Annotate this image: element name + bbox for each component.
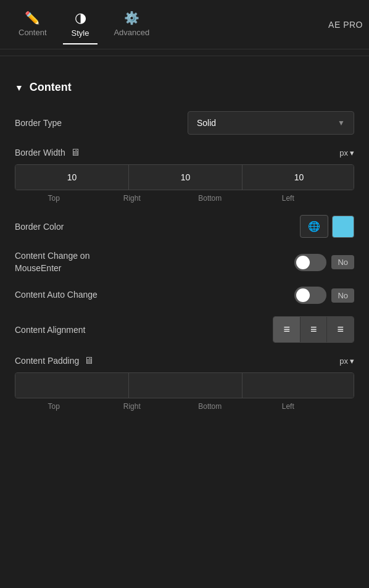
toggle-slider-mousenter [294, 254, 326, 271]
content-change-row: Content Change onMouseEnter No [15, 250, 354, 274]
padding-label-top: Top [15, 402, 93, 411]
content-change-control: No [294, 254, 354, 271]
content-alignment-row: Content Alignment ≡ ≡ ≡ [15, 316, 354, 343]
content-padding-section: Content Padding 🖥 px ▾ 🔗 Top Right Botto… [15, 355, 354, 411]
half-circle-icon: ◑ [75, 11, 86, 25]
padding-label-right: Right [93, 402, 172, 411]
content-padding-inputs: 🔗 [15, 372, 354, 398]
border-width-label-group: Border Width 🖥 [15, 147, 80, 158]
content-change-no-label: No [331, 255, 354, 269]
border-color-row: Border Color 🌐 [15, 215, 354, 238]
gear-icon: ⚙️ [124, 12, 139, 24]
global-color-button[interactable]: 🌐 [300, 215, 328, 238]
section-title-text: Content [30, 81, 72, 94]
padding-link-spacer [327, 402, 354, 411]
border-width-labels: Top Right Bottom Left [15, 194, 354, 203]
color-swatch[interactable] [332, 216, 354, 238]
padding-label-left: Left [249, 402, 328, 411]
padding-right[interactable] [129, 373, 243, 398]
border-width-header: Border Width 🖥 px ▾ [15, 147, 354, 158]
style-panel: ▼ Content Border Type Solid ▼ Border Wid… [0, 69, 369, 435]
border-type-select-wrapper: Solid ▼ [188, 111, 354, 135]
content-auto-no-label: No [331, 288, 354, 303]
border-width-bottom[interactable] [243, 165, 354, 190]
content-padding-unit[interactable]: px ▾ [339, 356, 354, 366]
content-padding-labels: Top Right Bottom Left [15, 402, 354, 411]
content-change-label: Content Change onMouseEnter [15, 250, 89, 274]
content-padding-label-group: Content Padding 🖥 [15, 355, 94, 366]
label-top: Top [15, 194, 93, 203]
border-color-label: Border Color [15, 222, 64, 232]
padding-bottom[interactable] [243, 373, 354, 398]
content-auto-control: No [294, 287, 354, 304]
pencil-icon: ✏️ [25, 12, 40, 24]
border-color-controls: 🌐 [300, 215, 354, 238]
border-width-inputs: 🔗 [15, 164, 354, 190]
align-center-button[interactable]: ≡ [301, 317, 328, 342]
border-type-select[interactable]: Solid ▼ [188, 111, 354, 135]
alignment-buttons: ≡ ≡ ≡ [273, 316, 354, 343]
tab-divider [0, 56, 369, 56]
align-center-icon: ≡ [310, 323, 317, 336]
toggle-slider-auto [294, 287, 326, 304]
tab-bar: ✏️ Content ◑ Style ⚙️ Advanced AE PRO [0, 0, 369, 49]
content-alignment-label: Content Alignment [15, 325, 85, 335]
label-left: Left [249, 194, 328, 203]
monitor-icon: 🖥 [70, 147, 80, 158]
content-change-toggle[interactable] [294, 254, 326, 271]
border-type-label: Border Type [15, 118, 62, 128]
padding-top[interactable] [15, 373, 129, 398]
label-bottom: Bottom [171, 194, 249, 203]
content-padding-label: Content Padding [15, 356, 79, 366]
ae-pro-badge: AE PRO [328, 20, 363, 30]
tab-advanced[interactable]: ⚙️ Advanced [101, 6, 162, 43]
chevron-down-icon: ▼ [338, 119, 345, 127]
align-left-icon: ≡ [283, 323, 290, 336]
section-arrow[interactable]: ▼ [15, 83, 23, 93]
tab-content[interactable]: ✏️ Content [6, 6, 59, 43]
label-right: Right [93, 194, 172, 203]
align-left-button[interactable]: ≡ [273, 317, 301, 342]
border-type-row: Border Type Solid ▼ [15, 111, 354, 135]
content-auto-label: Content Auto Change [15, 289, 97, 301]
globe-icon: 🌐 [308, 220, 320, 232]
content-auto-toggle[interactable] [294, 287, 326, 304]
align-right-button[interactable]: ≡ [327, 317, 354, 342]
border-width-unit[interactable]: px ▾ [339, 148, 354, 158]
border-width-top[interactable] [15, 165, 129, 190]
monitor-icon-padding: 🖥 [84, 355, 94, 366]
content-padding-header: Content Padding 🖥 px ▾ [15, 355, 354, 366]
border-width-section: Border Width 🖥 px ▾ 🔗 Top Right Bottom L… [15, 147, 354, 203]
border-width-right[interactable] [129, 165, 243, 190]
tab-style-label: Style [72, 28, 89, 38]
tab-content-label: Content [19, 28, 47, 37]
section-title: ▼ Content [15, 81, 354, 94]
content-auto-row: Content Auto Change No [15, 287, 354, 304]
link-spacer [327, 194, 354, 203]
tab-advanced-label: Advanced [114, 28, 149, 37]
align-right-icon: ≡ [337, 323, 344, 336]
border-width-label: Border Width [15, 148, 65, 158]
border-type-value: Solid [197, 118, 216, 128]
padding-label-bottom: Bottom [171, 402, 249, 411]
tab-style[interactable]: ◑ Style [59, 5, 102, 44]
